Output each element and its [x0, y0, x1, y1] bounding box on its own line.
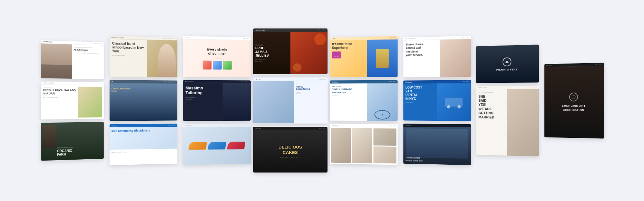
bicycle-shop: Shop now →	[331, 95, 365, 96]
art-circle-logo	[569, 93, 578, 101]
ballet-logo: Pissarro & Tubes	[111, 36, 124, 39]
product-img-1	[202, 61, 211, 70]
tailoring-heading: MassimoTailoring	[185, 86, 220, 95]
barber-time: Book now	[296, 93, 325, 94]
interior-img-2	[352, 128, 372, 163]
interior-img-3	[373, 128, 396, 145]
art-association-card[interactable]: Art Gallery About Events Emerging ArtAss…	[544, 63, 604, 138]
fashion-blog-card[interactable]: FASHION BLOG Blog Style Shop Trends in A…	[41, 40, 104, 79]
cakes-heading: DELICIOUSCAKES	[278, 145, 302, 155]
shoe-3	[227, 142, 245, 149]
sewing-logo: Department Forms	[405, 38, 415, 40]
column-2: Pissarro & Tubes About Schedule Trainers…	[110, 36, 177, 165]
column-7: PILGRIM PETE Danielle & Jared Story Gall…	[476, 45, 539, 156]
shoes-card[interactable]: Sport Shoes	[183, 124, 251, 165]
shoe-2	[208, 142, 226, 150]
column-1: FASHION BLOG Blog Style Shop Trends in A…	[41, 40, 104, 161]
summer-heading: Every shadeof summer	[207, 47, 227, 56]
salads-heading: FRESH LUNCH SALADS IN A JAR	[43, 89, 76, 95]
barber-logo: Hair Post	[255, 78, 260, 80]
farm-label: Welcome to Green Hill	[57, 147, 73, 149]
van-logo: Rentomatic	[405, 81, 412, 83]
column-6: Department Forms Services Contact Emma J…	[403, 36, 471, 165]
salads-title: LUNCH & SALADS	[43, 82, 54, 84]
tailoring-sub: We're passionateabout style	[185, 97, 220, 100]
elec-logo: ⚡ Jasper	[111, 125, 117, 126]
tailoring-card[interactable]: Massimo Tailors About Services MassimoTa…	[183, 80, 251, 121]
pilgrim-card[interactable]: PILGRIM PETE	[476, 45, 539, 83]
ocean-logo: Drea & me	[405, 125, 411, 126]
interior-logo: Drea & me	[331, 124, 337, 126]
elec-body: Ready for your call at any time...	[111, 150, 175, 153]
sewing-heading: Emma Jones.Thread andneedle atyour servi…	[406, 42, 438, 57]
wedding-card[interactable]: Danielle & Jared Story Gallery Jul 24, 2…	[476, 86, 539, 156]
bicycle-heading: CINELLI STRATOFASTER 5.9	[331, 88, 365, 94]
column-4: LORI BARILLAS Shop About Homemade FRUITJ…	[253, 28, 327, 173]
shoes-logo: Sport Shoes	[185, 125, 192, 126]
art-heading: Emerging ArtAssociation	[562, 104, 585, 112]
barber-card[interactable]: Hair Post About Book Appointments Hair &…	[253, 78, 327, 124]
electricians-card[interactable]: ⚡ Jasper Services About 24/7 Emergency E…	[110, 124, 177, 165]
salads-label: Fresh Lunch	[43, 86, 76, 88]
column-3: Clothing Shop About Every shadeof summer…	[183, 36, 251, 165]
wedding-date: Jul 24, 2024 • Venice	[478, 92, 504, 94]
city-logo: 🏛	[111, 81, 113, 82]
cakes-logo: Sweet Art	[255, 127, 260, 129]
ocean-heading: The land wheredreams come true	[405, 156, 469, 163]
cakes-sub: HANDMADE WITH LOVE	[279, 156, 301, 158]
jams-heading: FRUITJAMS &JELLIES	[255, 46, 288, 58]
wedding-logo: Danielle & Jared	[478, 87, 487, 88]
columns-wrapper: FASHION BLOG Blog Style Shop Trends in A…	[45, 32, 600, 169]
interior-card[interactable]: Drea & me Portfolio About	[330, 124, 397, 165]
city-heading: Classic MountainHotel	[111, 88, 175, 93]
cakes-card[interactable]: Sweet Art About Order DELICIOUSCAKES HAN…	[253, 127, 327, 173]
art-logo-nav: Art Gallery	[546, 64, 552, 66]
barber-heading: Hair &Beard Styles	[296, 86, 325, 90]
superhero-logo: KidzFun	[331, 38, 336, 40]
jams-card[interactable]: LORI BARILLAS Shop About Homemade FRUITJ…	[253, 28, 327, 74]
ballet-heading: Classical ballet school based in New Yor…	[112, 42, 145, 54]
jams-sub: DISCOVER NEWFLAVOURS	[255, 59, 288, 62]
fashion-body: Get in touch with latest trends for this…	[74, 52, 102, 55]
summer-card[interactable]: Clothing Shop About Every shadeof summer…	[183, 36, 251, 77]
salads-card[interactable]: LUNCH & SALADS Fresh Lunch FRESH LUNCH S…	[41, 82, 104, 119]
farm-heading: ORGANICFARM	[57, 149, 73, 156]
tailoring-logo: Massimo Tailors	[185, 81, 194, 82]
product-img-2	[212, 61, 221, 70]
wedding-heading: SHESAIDYES!WE AREGETTINGMARRIED	[478, 94, 504, 119]
van-card[interactable]: Rentomatic Fleet Pricing LOW COSTVANRENT…	[403, 80, 471, 121]
van-sub: Call us today	[405, 102, 434, 103]
sewing-card[interactable]: Department Forms Services Contact Emma J…	[403, 36, 471, 77]
showcase-container: FASHION BLOG Blog Style Shop Trends in A…	[0, 0, 644, 201]
superhero-card[interactable]: KidzFun Shop About It's time to beSuperh…	[330, 36, 397, 77]
interior-img-1	[331, 128, 351, 163]
barber-label: Appointments	[296, 83, 325, 84]
van-heading: LOW COSTVANRENTALIN NYC	[405, 86, 434, 101]
product-img-3	[223, 61, 231, 70]
summer-sub: Featured products	[212, 57, 222, 59]
column-5: KidzFun Shop About It's time to beSuperh…	[330, 36, 397, 165]
organic-farm-card[interactable]: Welcome to Green Hill ORGANICFARM	[41, 122, 104, 161]
jams-logo: LORI BARILLAS	[255, 29, 265, 31]
ballet-body: Join our classes today	[112, 54, 145, 57]
interior-img-4	[373, 146, 396, 164]
fashion-blog-title: FASHION BLOG	[43, 41, 52, 43]
bicycle-logo: WTB Bikes	[331, 81, 338, 83]
salads-sub: MOST POPULAR SALADS	[43, 97, 76, 98]
shoe-1	[188, 142, 207, 150]
bicycle-model: Bike Model	[331, 85, 365, 87]
pilgrim-brand: PILGRIM PETE	[496, 68, 518, 71]
superhero-heading: It's time to beSuperhero	[332, 42, 364, 50]
ballet-card[interactable]: Pissarro & Tubes About Schedule Trainers…	[110, 36, 177, 77]
city-card[interactable]: 🏛 About Gallery Contact Welcome to the R…	[110, 80, 177, 121]
bicycle-card[interactable]: WTB Bikes Models About Bike Model CINELL…	[330, 80, 397, 121]
jams-label: Homemade	[255, 44, 288, 46]
ocean-card[interactable]: Drea & me The land wheredreams come true	[403, 124, 471, 165]
column-8: Art Gallery About Events Emerging ArtAss…	[544, 63, 604, 138]
elec-heading: 24/7 Emergency Electricians	[111, 129, 175, 133]
city-label: Welcome to the Residence	[111, 85, 175, 87]
pilgrim-logo-circle	[503, 57, 511, 66]
superhero-cta[interactable]: Shop Now	[333, 55, 339, 57]
fashion-heading: About Elegant	[74, 49, 102, 52]
clothing-logo: Clothing	[185, 37, 189, 39]
